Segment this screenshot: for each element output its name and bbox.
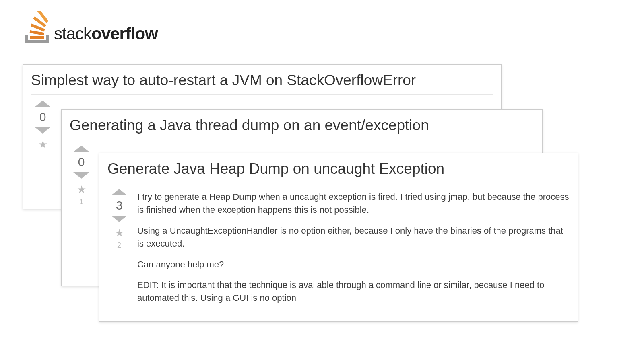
question-body: I try to generate a Heap Dump when a unc… (131, 189, 570, 312)
question-title[interactable]: Generate Java Heap Dump on uncaught Exce… (107, 160, 570, 183)
downvote-icon[interactable] (73, 172, 89, 179)
body-paragraph: Using a UncaughtExceptionHandler is no o… (137, 224, 570, 250)
vote-column: 0 ★ (31, 101, 54, 153)
svg-rect-0 (30, 36, 44, 39)
favorite-icon[interactable]: ★ (115, 228, 124, 238)
body-paragraph: EDIT: It is important that the technique… (137, 279, 570, 304)
svg-rect-1 (30, 30, 45, 35)
vote-count: 3 (116, 199, 123, 212)
brand-word-2: overflow (91, 24, 158, 43)
vote-column: 3 ★ 2 (107, 189, 131, 250)
favorite-count: 1 (79, 198, 83, 206)
question-title[interactable]: Generating a Java thread dump on an even… (70, 117, 534, 140)
vote-column: 0 ★ 1 (70, 146, 93, 206)
upvote-icon[interactable] (73, 146, 89, 152)
stackoverflow-logo: stackoverflow (23, 11, 158, 46)
vote-count: 0 (39, 110, 46, 124)
question-title[interactable]: Simplest way to auto-restart a JVM on St… (31, 72, 493, 95)
downvote-icon[interactable] (111, 216, 127, 222)
stackoverflow-icon (23, 11, 52, 46)
vote-count: 0 (78, 155, 85, 169)
brand-text: stackoverflow (54, 24, 158, 43)
body-paragraph: I try to generate a Heap Dump when a unc… (137, 191, 570, 216)
body-paragraph: Can anyone help me? (137, 258, 570, 271)
favorite-count: 2 (117, 241, 121, 250)
upvote-icon[interactable] (35, 101, 51, 107)
question-card: Generate Java Heap Dump on uncaught Exce… (99, 153, 578, 322)
downvote-icon[interactable] (35, 127, 51, 134)
favorite-icon[interactable]: ★ (38, 139, 47, 150)
brand-word-1: stack (54, 24, 91, 43)
upvote-icon[interactable] (111, 189, 127, 195)
favorite-icon[interactable]: ★ (77, 184, 86, 195)
